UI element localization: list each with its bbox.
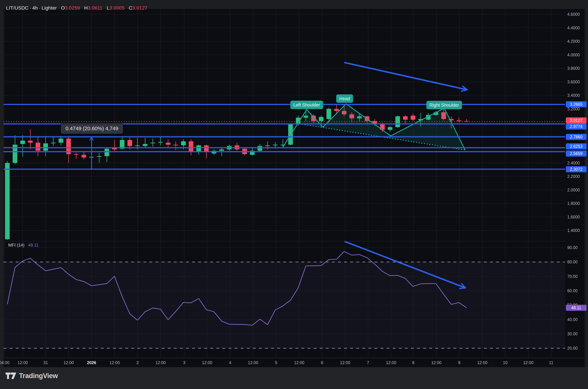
chart-canvas[interactable] [0,0,588,389]
tradingview-chart-window: LIT/USDC·4h·Lighter O3.0259 H3.0611 L3.0… [0,0,588,389]
